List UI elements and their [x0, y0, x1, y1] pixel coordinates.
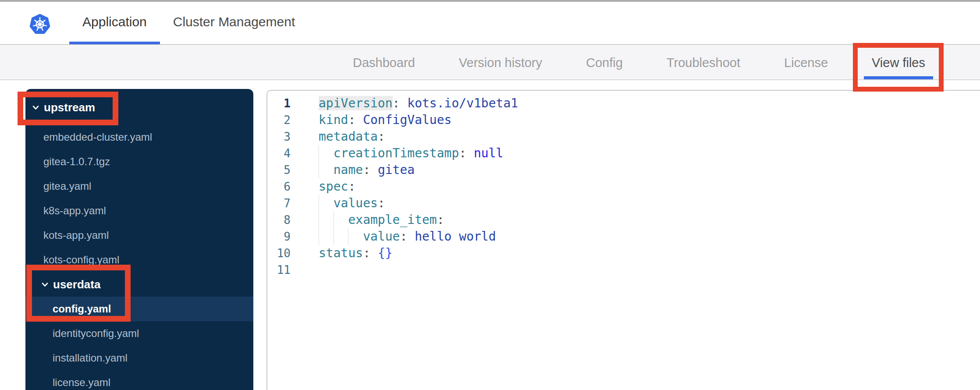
code-line-text: name: gitea [319, 162, 415, 178]
code-line-text: status: {} [319, 245, 393, 262]
yaml-token-key: values [319, 196, 378, 210]
yaml-token-key: metadata [319, 129, 378, 144]
code-line-text: creationTimestamp: null [319, 145, 503, 162]
secondary-nav: DashboardVersion historyConfigTroublesho… [0, 46, 980, 80]
tree-item-kots-app-yaml[interactable]: kots-app.yaml [25, 223, 253, 248]
code-line-text: value: hello world [319, 228, 496, 245]
nav-item-view-files[interactable]: View files [850, 46, 947, 79]
code-line-9: 9 value: hello world [267, 228, 980, 245]
tab-cluster-management[interactable]: Cluster Management [160, 2, 308, 44]
yaml-token-punct: : [400, 229, 415, 244]
nav-item-label: View files [872, 56, 925, 70]
yaml-token-brace: {} [378, 246, 393, 260]
tree-item-gitea-1-0-7-tgz[interactable]: gitea-1.0.7.tgz [25, 149, 253, 174]
tree-item-installation-yaml[interactable]: installation.yaml [25, 346, 253, 370]
code-line-text: kind: ConfigValues [319, 112, 451, 128]
yaml-token-key: name [319, 163, 363, 177]
code-line-10: 10status: {} [267, 245, 980, 262]
yaml-token-const: null [474, 146, 503, 160]
file-tree: upstreamembedded-cluster.yamlgitea-1.0.7… [25, 89, 253, 390]
yaml-token-punct: : [363, 246, 378, 260]
tree-item-upstream[interactable]: upstream [25, 95, 253, 120]
code-line-text: values: [319, 195, 385, 212]
code-line-text: example_item: [319, 212, 444, 228]
line-number: 11 [267, 262, 319, 278]
code-line-text: spec: [319, 178, 355, 195]
code-line-5: 5 name: gitea [267, 162, 980, 178]
tree-item-label: identityconfig.yaml [53, 327, 139, 340]
yaml-token-key: value [319, 229, 400, 244]
tree-item-label: upstream [44, 101, 95, 114]
nav-item-label: Config [586, 56, 623, 70]
line-number: 9 [267, 228, 319, 245]
line-number: 10 [267, 245, 319, 262]
nav-item-version-history[interactable]: Version history [437, 46, 564, 79]
code-line-8: 8 example_item: [267, 212, 980, 228]
line-number: 1 [267, 95, 319, 112]
chevron-down-icon [32, 104, 39, 111]
nav-item-troubleshoot[interactable]: Troubleshoot [645, 46, 762, 79]
line-number: 4 [267, 145, 319, 162]
tree-item-label: license.yaml [53, 376, 110, 389]
yaml-token-key: status [319, 246, 363, 260]
tree-item-gitea-yaml[interactable]: gitea.yaml [25, 174, 253, 199]
yaml-token-key: apiVersion [319, 96, 393, 110]
yaml-token-val: hello world [415, 229, 496, 244]
line-number: 8 [267, 212, 319, 228]
nav-item-label: Dashboard [353, 56, 415, 70]
nav-item-license[interactable]: License [762, 46, 850, 79]
topbar-tabs: ApplicationCluster Management [69, 2, 308, 44]
tree-item-license-yaml[interactable]: license.yaml [25, 370, 253, 390]
tree-item-embedded-cluster-yaml[interactable]: embedded-cluster.yaml [25, 125, 253, 149]
yaml-token-punct: : [393, 96, 408, 110]
nav-item-config[interactable]: Config [564, 46, 645, 79]
yaml-token-punct: : [348, 179, 355, 194]
code-line-11: 11 [267, 262, 980, 278]
nav-item-label: Version history [459, 56, 542, 70]
tree-item-label: embedded-cluster.yaml [43, 131, 152, 143]
yaml-token-key: example_item [319, 213, 437, 227]
file-content-editor[interactable]: 1apiVersion: kots.io/v1beta12kind: Confi… [266, 90, 980, 390]
line-number: 5 [267, 162, 319, 178]
tree-item-label: gitea.yaml [43, 180, 91, 192]
tree-item-label: installation.yaml [53, 352, 128, 364]
yaml-token-val: kots.io/v1beta1 [407, 96, 518, 110]
chevron-down-icon [41, 281, 49, 288]
code-line-text: apiVersion: kots.io/v1beta1 [319, 95, 518, 112]
code-line-1: 1apiVersion: kots.io/v1beta1 [267, 95, 980, 112]
kubernetes-logo-icon [29, 13, 51, 36]
yaml-token-punct: : [459, 146, 474, 160]
line-number: 3 [267, 128, 319, 145]
nav-item-label: License [784, 56, 828, 70]
yaml-token-val: gitea [378, 163, 415, 177]
tree-item-label: kots-config.yaml [43, 254, 119, 266]
line-number: 6 [267, 178, 319, 195]
yaml-token-key: spec [319, 179, 348, 194]
code-line-4: 4 creationTimestamp: null [267, 145, 980, 162]
yaml-token-key: creationTimestamp [319, 146, 459, 160]
code-line-text: metadata: [319, 128, 385, 145]
code-line-7: 7 values: [267, 195, 980, 212]
tree-item-k8s-app-yaml[interactable]: k8s-app.yaml [25, 199, 253, 223]
yaml-token-punct: : [378, 129, 385, 144]
tree-item-config-yaml[interactable]: config.yaml [25, 297, 253, 321]
tree-item-label: gitea-1.0.7.tgz [43, 156, 110, 168]
code-line-6: 6spec: [267, 178, 980, 195]
active-tab-underline [864, 76, 933, 79]
tab-application[interactable]: Application [69, 2, 160, 44]
tree-item-label: userdata [53, 278, 100, 291]
tree-item-label: config.yaml [53, 303, 111, 315]
code-line-3: 3metadata: [267, 128, 980, 145]
yaml-token-punct: : [437, 213, 444, 227]
top-bar: ApplicationCluster Management [0, 2, 980, 45]
tree-item-identityconfig-yaml[interactable]: identityconfig.yaml [25, 321, 253, 346]
yaml-token-val: ConfigValues [363, 113, 451, 127]
tree-item-userdata[interactable]: userdata [25, 272, 253, 297]
nav-item-dashboard[interactable]: Dashboard [331, 46, 437, 79]
nav-item-label: Troubleshoot [667, 56, 740, 70]
tree-item-kots-config-yaml[interactable]: kots-config.yaml [25, 248, 253, 272]
tree-item-label: kots-app.yaml [43, 229, 109, 241]
line-number: 2 [267, 112, 319, 128]
code-line-2: 2kind: ConfigValues [267, 112, 980, 128]
line-number: 7 [267, 195, 319, 212]
